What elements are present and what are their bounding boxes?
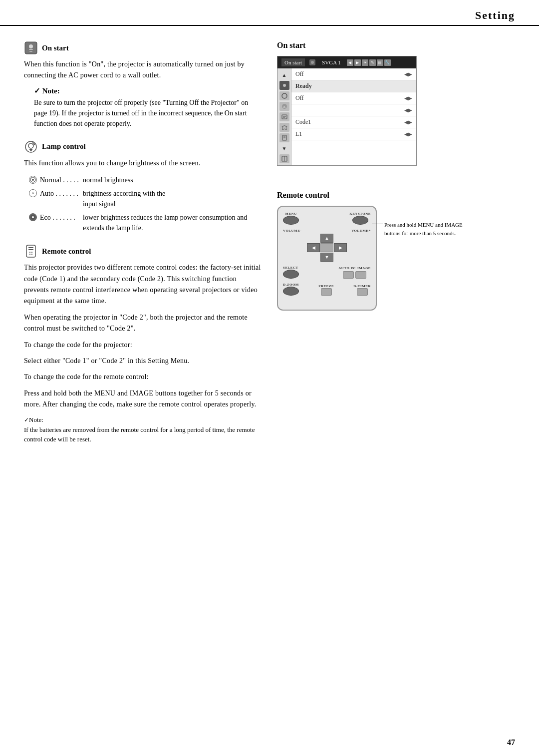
svg-point-25	[282, 93, 287, 98]
onstart-panel-wrapper: On start On start SVGA 1 ◀ ▶ ☀ ✎ ▤ 🔧	[277, 41, 515, 166]
menu-sidebar-item-2	[279, 91, 289, 100]
dpad: ▲ ◀ ▶ ▼	[307, 234, 347, 262]
volume-plus-label: VOLUME+	[351, 229, 371, 233]
menu-row-arrow-off2: ◀▶	[404, 95, 412, 101]
lamp-icon: A	[24, 140, 38, 154]
menu-sidebar: ▲ A	[277, 68, 291, 165]
remote-right-title: Remote control	[277, 191, 515, 200]
menu-sidebar-item-bottom	[279, 154, 289, 163]
page-number: 47	[507, 738, 515, 747]
menu-sidebar-item-active	[279, 81, 289, 90]
freeze-button[interactable]	[321, 288, 332, 296]
dpad-right[interactable]: ▶	[334, 243, 347, 252]
menu-row-label-code1: Code1	[295, 118, 401, 126]
remote-panel-wrapper: Remote control MENU KEYSTONE	[277, 191, 515, 316]
remote-icon	[24, 244, 38, 258]
onstart-right-title: On start	[277, 41, 515, 50]
svg-point-11	[32, 179, 34, 181]
menu-button[interactable]	[283, 216, 299, 225]
page-footer: 47	[507, 738, 515, 747]
menu-row-label-off1: Off	[295, 70, 401, 78]
lamp-eco-label: Eco . . . . . . .	[40, 212, 80, 223]
menu-content: Off ◀▶ Ready Off ◀▶ ◀▶	[291, 68, 416, 165]
auto-image-group: AUTO PC IMAGE	[338, 266, 371, 279]
dpad-down[interactable]: ▼	[320, 253, 333, 262]
menu-label: MENU	[285, 212, 296, 216]
menu-icon-6: 🔧	[384, 59, 391, 66]
keystone-button[interactable]	[352, 216, 368, 225]
remote-note-heading: Note:	[24, 416, 43, 423]
dpad-empty-tr	[334, 234, 347, 243]
volume-minus-label: VOLUME-	[283, 229, 301, 233]
menu-row-label-l1: L1	[295, 130, 401, 138]
remote-label: Remote control	[42, 247, 91, 256]
svg-rect-2	[29, 49, 33, 50]
remote-bottom-row: D.ZOOM FREEZE D-TIMER	[283, 283, 371, 296]
dtimer-group: D-TIMER	[353, 284, 371, 296]
svg-rect-6	[29, 149, 32, 150]
remote-body2: When operating the projector in "Code 2"…	[24, 312, 262, 335]
menu-row-code1: Code1 ◀▶	[291, 116, 416, 128]
keystone-btn-group: KEYSTONE	[349, 212, 371, 225]
dpad-left[interactable]: ◀	[307, 243, 320, 252]
menu-row-arrow-off1: ◀▶	[404, 71, 412, 77]
dtimer-button[interactable]	[357, 288, 368, 296]
dpad-empty-bl	[307, 253, 320, 262]
lamp-heading: A Lamp control	[24, 140, 262, 154]
dpad-empty-br	[334, 253, 347, 262]
lamp-auto-icon: A	[29, 189, 37, 197]
menu-sidebar-item-4	[279, 112, 289, 121]
right-column: On start On start SVGA 1 ◀ ▶ ☀ ✎ ▤ 🔧	[277, 41, 515, 444]
onstart-heading: On start	[24, 41, 262, 55]
dpad-center[interactable]	[320, 243, 333, 252]
auto-pc-label: AUTO PC	[338, 266, 356, 270]
dpad-up[interactable]: ▲	[320, 234, 333, 243]
lamp-list: Normal . . . . . normal brightness A Aut…	[29, 175, 262, 233]
onstart-body: When this function is "On", the projecto…	[24, 59, 262, 81]
remote-heading: Remote control	[24, 244, 262, 258]
svg-text:A: A	[33, 143, 35, 145]
svg-rect-17	[29, 252, 30, 253]
menu-panel-header: On start SVGA 1 ◀ ▶ ☀ ✎ ▤ 🔧	[277, 56, 416, 68]
onstart-note-heading: Note:	[34, 86, 262, 95]
menu-row-label-ready: Ready	[295, 82, 412, 90]
remote-body: MENU KEYSTONE VOLUME-	[277, 206, 377, 311]
dpad-empty-tl	[307, 234, 320, 243]
lamp-auto-label: Auto . . . . . . .	[40, 188, 80, 199]
remote-body5: To change the code for the remote contro…	[24, 372, 262, 382]
remote-body4: Select either "Code 1" or "Code 2" in th…	[24, 356, 262, 367]
image-button[interactable]	[355, 271, 366, 279]
menu-row-ready: Ready	[291, 80, 416, 92]
menu-icon-4: ✎	[369, 59, 376, 66]
svg-rect-16	[28, 249, 33, 250]
callout-line	[372, 224, 383, 224]
lamp-label: Lamp control	[42, 142, 86, 151]
onstart-label: On start	[42, 44, 69, 52]
left-column: On start When this function is "On", the…	[24, 41, 262, 444]
svg-point-22	[311, 61, 314, 64]
menu-icon-2: ▶	[354, 59, 361, 66]
onstart-note: Note: Be sure to turn the projector off …	[34, 86, 262, 129]
lamp-eco-desc: lower brightness reduces the lamp power …	[83, 212, 262, 233]
image-label: IMAGE	[357, 266, 371, 270]
remote-top-row: MENU KEYSTONE	[283, 212, 371, 225]
menu-icon-3: ☀	[362, 59, 368, 66]
auto-pc-button[interactable]	[343, 271, 354, 279]
lamp-list-item: Normal . . . . . normal brightness	[29, 175, 262, 185]
menu-icon-5: ▤	[377, 59, 383, 66]
menu-sidebar-arrow-up: ▲	[279, 70, 289, 79]
lamp-normal-icon	[29, 176, 37, 184]
dtimer-label: D-TIMER	[353, 284, 371, 288]
select-button[interactable]	[283, 270, 299, 279]
menu-header-label: On start	[281, 58, 305, 66]
keystone-label: KEYSTONE	[349, 212, 371, 216]
menu-row-label-off2: Off	[295, 94, 401, 102]
dzoom-button[interactable]	[283, 287, 299, 296]
menu-btn-group: MENU	[283, 212, 299, 225]
svg-rect-19	[29, 254, 30, 255]
svg-rect-3	[29, 51, 32, 52]
menu-row-a: ◀▶	[291, 104, 416, 116]
remote-body1: This projector provides two different re…	[24, 262, 262, 307]
svg-rect-20	[31, 254, 32, 255]
onstart-icon	[24, 41, 38, 55]
